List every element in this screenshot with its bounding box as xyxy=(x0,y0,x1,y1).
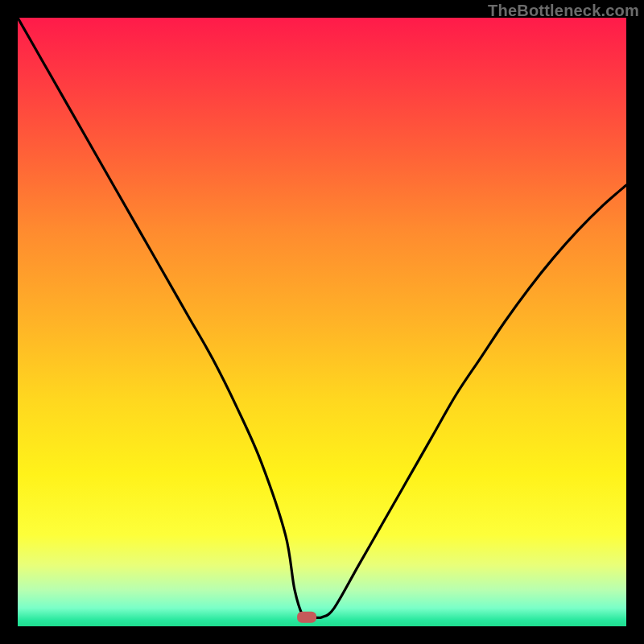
plot-area xyxy=(18,18,626,626)
bottleneck-curve xyxy=(18,18,626,619)
attribution-text: TheBottleneck.com xyxy=(488,2,639,20)
chart-frame: TheBottleneck.com xyxy=(0,0,644,644)
optimal-point-marker xyxy=(297,612,316,623)
curve-layer xyxy=(18,18,626,626)
